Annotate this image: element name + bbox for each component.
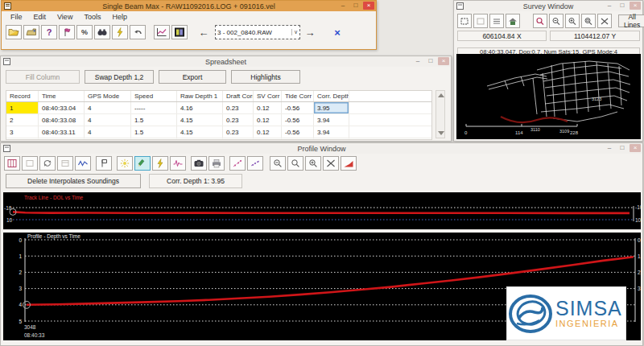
zoom-out-button[interactable]	[549, 14, 564, 28]
maximize-button[interactable]: □	[617, 144, 628, 152]
scroll-down-icon[interactable]	[438, 131, 444, 135]
minimize-button[interactable]: –	[604, 144, 615, 152]
search-button[interactable]	[94, 25, 110, 39]
select-area-button[interactable]	[457, 14, 472, 28]
table-cell[interactable]: 0.12	[254, 138, 282, 140]
table-row[interactable]: 208:40:33.0841.54.150.230.12-0.563.94	[6, 114, 431, 126]
table-cell[interactable]: 08:40:33.15	[39, 138, 85, 140]
table-cell[interactable]: 1.5	[131, 138, 177, 140]
table-cell[interactable]: 0.23	[223, 114, 254, 126]
column-header[interactable]: Draft Corr	[223, 91, 254, 101]
table-cell[interactable]: 0.23	[223, 126, 254, 138]
table-row[interactable]: 308:40:33.1141.54.150.230.12-0.563.94	[6, 126, 431, 138]
target-graph-button[interactable]	[154, 25, 170, 39]
zoom-window-button[interactable]	[581, 14, 596, 28]
matrix-view-button[interactable]	[171, 25, 188, 39]
chevron-down-icon[interactable]: ∨	[291, 29, 298, 35]
profile-titlebar[interactable]: Profile Window – □ ×	[1, 143, 642, 154]
minimize-button[interactable]: –	[337, 2, 349, 10]
column-select-button[interactable]	[4, 156, 20, 171]
table-cell[interactable]: 4	[85, 138, 131, 140]
column-header[interactable]: Time	[39, 91, 85, 101]
clear-selection-button[interactable]	[473, 14, 488, 28]
menu-help[interactable]: Help	[106, 13, 133, 21]
quick-mark-button[interactable]	[112, 25, 128, 39]
table-cell[interactable]: 3.94	[314, 126, 349, 138]
sound-velocity-button[interactable]	[59, 25, 75, 39]
table-cell[interactable]: 4	[85, 114, 131, 126]
table-cell[interactable]: 0.12	[254, 102, 282, 113]
fit-profile-button[interactable]	[323, 156, 339, 171]
next-line-button[interactable]: →	[302, 25, 318, 39]
table-cell[interactable]: -0.56	[282, 126, 314, 138]
print-button[interactable]	[208, 156, 225, 171]
close-button[interactable]: ×	[630, 144, 641, 152]
zoom-extents-button[interactable]	[270, 156, 286, 171]
depth-trace-button[interactable]	[75, 156, 91, 171]
highlights-button[interactable]: Highlights	[231, 70, 300, 84]
column-header[interactable]: Corr. Depth	[314, 91, 349, 101]
survey-titlebar[interactable]: Survey Window – □ ×	[454, 1, 642, 11]
column-header[interactable]: Tide Corr	[282, 91, 314, 101]
table-cell[interactable]: -----	[131, 102, 177, 113]
maximize-button[interactable]: □	[617, 2, 628, 10]
minimize-button[interactable]: –	[604, 2, 615, 10]
spreadsheet-table[interactable]: RecordTimeGPS ModeSpeedRaw Depth 1Draft …	[6, 90, 432, 140]
table-cell[interactable]: 1.5	[131, 114, 177, 126]
table-cell[interactable]: 4	[85, 102, 131, 113]
table-cell[interactable]: 08:40:33.11	[39, 126, 85, 138]
table-cell[interactable]: 4	[85, 126, 131, 138]
table-cell[interactable]: 2	[6, 114, 39, 126]
track-chart[interactable]: Track Line - DOL vs Time-1010-1010	[3, 192, 641, 229]
table-cell[interactable]: 3	[6, 126, 39, 138]
column-header[interactable]: Speed	[131, 91, 177, 101]
swap-depth-button[interactable]: Swap Depth 1,2	[85, 70, 154, 84]
adjust-button[interactable]: %	[76, 25, 93, 39]
zoom-select-button[interactable]	[533, 14, 547, 28]
table-cell[interactable]: 4.16	[177, 102, 223, 113]
table-cell[interactable]: -0.56	[282, 102, 314, 113]
table-cell[interactable]: 3.95	[314, 102, 349, 113]
undo-button[interactable]	[130, 25, 146, 39]
open-file-button[interactable]	[6, 25, 22, 39]
close-button[interactable]: ×	[363, 2, 374, 10]
previous-line-button[interactable]: ←	[196, 25, 212, 39]
snapshot-button[interactable]	[191, 156, 207, 171]
table-cell[interactable]: 0.23	[223, 138, 254, 140]
column-header[interactable]: SV Corr 1	[254, 91, 282, 101]
column-header[interactable]: GPS Mode	[85, 91, 131, 101]
zoom-in-button[interactable]	[565, 14, 580, 28]
zoom-in2-button[interactable]	[305, 156, 321, 171]
table-cell[interactable]: 4	[6, 138, 39, 140]
mark-flag-button[interactable]	[96, 156, 112, 171]
table-cell[interactable]: 08:40:33.08	[39, 114, 85, 126]
maximize-button[interactable]: □	[350, 2, 361, 10]
table-cell[interactable]: 3.94	[314, 138, 349, 140]
table-cell[interactable]: 3.94	[314, 114, 349, 126]
layers-button[interactable]	[489, 14, 504, 28]
main-titlebar[interactable]: Single Beam Max - RAW11092016.LOG + 0910…	[2, 1, 376, 11]
table-cell[interactable]: 4.15	[177, 114, 223, 126]
table-cell[interactable]: 0.12	[254, 126, 282, 138]
sun-filter-button[interactable]	[117, 156, 133, 171]
spike-filter-button[interactable]	[170, 156, 186, 171]
minimize-button[interactable]: –	[412, 57, 423, 65]
zoom-button[interactable]	[287, 156, 303, 171]
discard-line-button[interactable]: ×	[329, 25, 345, 39]
menu-file[interactable]: File	[5, 13, 28, 21]
disabled-tool2-button[interactable]	[57, 156, 73, 171]
table-cell[interactable]: 08:40:33.04	[39, 102, 85, 113]
column-header[interactable]: Record	[6, 91, 39, 101]
table-row[interactable]: 408:40:33.1541.54.150.230.12-0.563.94	[6, 138, 431, 140]
refresh-button[interactable]	[39, 156, 56, 171]
trend1-button[interactable]	[229, 156, 246, 171]
table-cell[interactable]: 1	[6, 102, 39, 113]
vertical-scrollbar[interactable]	[436, 90, 445, 138]
scroll-up-icon[interactable]	[438, 93, 444, 97]
survey-map[interactable]: 3123 3110 3109 0 114 228	[456, 54, 641, 139]
home-view-button[interactable]	[506, 14, 520, 28]
table-cell[interactable]: 0.12	[254, 114, 282, 126]
save-button[interactable]	[23, 25, 39, 39]
close-button[interactable]: ×	[438, 57, 449, 65]
table-cell[interactable]: 4.15	[177, 138, 223, 140]
